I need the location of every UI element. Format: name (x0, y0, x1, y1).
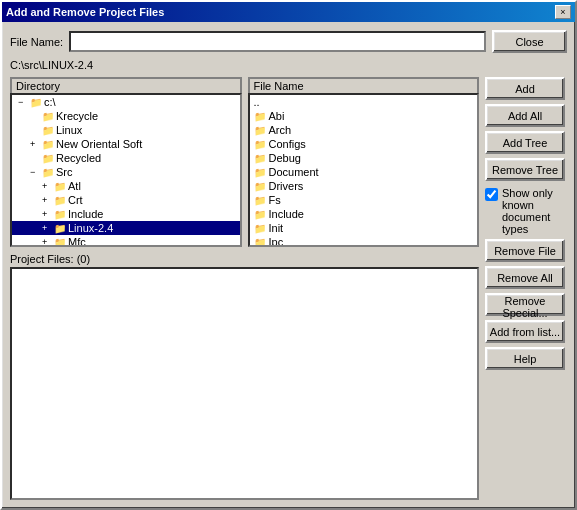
remove-special-button[interactable]: Remove Special... (485, 293, 565, 316)
add-all-button[interactable]: Add All (485, 104, 565, 127)
main-window: Add and Remove Project Files × File Name… (0, 0, 577, 510)
remove-all-button[interactable]: Remove All (485, 266, 565, 289)
file-item-configs[interactable]: 📁 Configs (250, 137, 478, 151)
directory-panel-content[interactable]: − 📁 c:\ 📁 Krecycle 📁 (10, 93, 242, 247)
tree-item-linux24[interactable]: + 📁 Linux-2.4 (12, 221, 240, 235)
file-panel-header: File Name (248, 77, 480, 93)
title-bar-controls: × (555, 5, 571, 19)
tree-item-recycled[interactable]: 📁 Recycled (12, 151, 240, 165)
tree-item-c-root[interactable]: − 📁 c:\ (12, 95, 240, 109)
file-item-fs[interactable]: 📁 Fs (250, 193, 478, 207)
file-panel: File Name .. 📁 Abi 📁 Arch (248, 77, 480, 247)
window-title: Add and Remove Project Files (6, 6, 164, 18)
tree-item-krecycle[interactable]: 📁 Krecycle (12, 109, 240, 123)
tree-item-include[interactable]: + 📁 Include (12, 207, 240, 221)
show-only-checkbox[interactable] (485, 188, 498, 201)
close-button[interactable]: Close (492, 30, 567, 53)
show-only-section: Show only known document types (485, 185, 567, 235)
file-item-arch[interactable]: 📁 Arch (250, 123, 478, 137)
tree-item-mfc[interactable]: + 📁 Mfc (12, 235, 240, 247)
window-close-button[interactable]: × (555, 5, 571, 19)
tree-item-new-oriental[interactable]: + 📁 New Oriental Soft (12, 137, 240, 151)
add-button[interactable]: Add (485, 77, 565, 100)
file-item-abi[interactable]: 📁 Abi (250, 109, 478, 123)
tree-item-linux[interactable]: 📁 Linux (12, 123, 240, 137)
file-item-debug[interactable]: 📁 Debug (250, 151, 478, 165)
directory-panel: Directory − 📁 c:\ 📁 Krecycl (10, 77, 242, 247)
file-name-row: File Name: Close (10, 30, 567, 53)
tree-item-atl[interactable]: + 📁 Atl (12, 179, 240, 193)
file-name-input[interactable] (69, 31, 486, 52)
title-bar: Add and Remove Project Files × (2, 2, 575, 22)
directory-panel-header: Directory (10, 77, 242, 93)
project-files-section: Project Files: (0) (10, 253, 479, 500)
file-item-document[interactable]: 📁 Document (250, 165, 478, 179)
project-files-label: Project Files: (0) (10, 253, 479, 265)
add-tree-button[interactable]: Add Tree (485, 131, 565, 154)
tree-item-src[interactable]: − 📁 Src (12, 165, 240, 179)
content-area: File Name: Close C:\src\LINUX-2.4 Direct… (2, 22, 575, 508)
remove-file-button[interactable]: Remove File (485, 239, 565, 262)
file-item-init[interactable]: 📁 Init (250, 221, 478, 235)
file-item-drivers[interactable]: 📁 Drivers (250, 179, 478, 193)
buttons-column: Add Add All Add Tree Remove Tree Show on… (485, 77, 567, 500)
remove-tree-button[interactable]: Remove Tree (485, 158, 565, 181)
current-path: C:\src\LINUX-2.4 (10, 59, 567, 71)
file-item-ipc[interactable]: 📁 Ipc (250, 235, 478, 247)
file-item-include[interactable]: 📁 Include (250, 207, 478, 221)
panels-row: Directory − 📁 c:\ 📁 Krecycl (10, 77, 479, 247)
file-panel-content[interactable]: .. 📁 Abi 📁 Arch 📁 (248, 93, 480, 247)
help-button[interactable]: Help (485, 347, 565, 370)
project-files-content[interactable] (10, 267, 479, 500)
file-item-dotdot[interactable]: .. (250, 95, 478, 109)
tree-item-crt[interactable]: + 📁 Crt (12, 193, 240, 207)
add-from-list-button[interactable]: Add from list... (485, 320, 565, 343)
show-only-label: Show only known document types (502, 187, 567, 235)
file-name-label: File Name: (10, 36, 63, 48)
